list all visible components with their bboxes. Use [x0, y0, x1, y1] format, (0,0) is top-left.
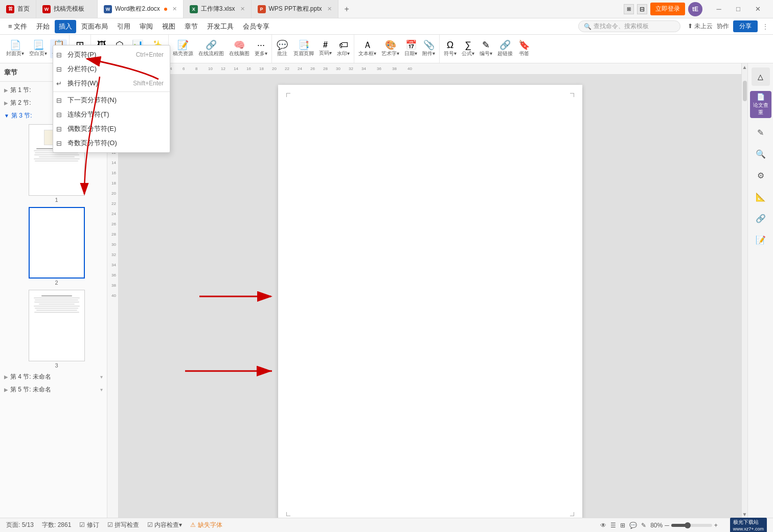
tab-word[interactable]: W Word教程2.docx ✕ [98, 0, 184, 18]
flowchart-btn[interactable]: 🔗 在线流程图 [196, 39, 226, 58]
chapter-item-5[interactable]: ▶ 第 5 节: 未命名 ▾ [0, 383, 107, 396]
resources-btn[interactable]: 📝 稿壳资源 [171, 39, 195, 58]
cloud-upload[interactable]: ⬆ 未上云 [688, 22, 713, 31]
dropdown-item-next-page-section[interactable]: ⊟ 下一页分节符(N) [53, 93, 170, 107]
tab-ppt[interactable]: P WPS PPT教程.pptx ✕ [252, 0, 338, 18]
status-content[interactable]: ☑ 内容检查▾ [147, 521, 182, 529]
menu-chapter[interactable]: 章节 [180, 20, 202, 33]
menu-devtools[interactable]: 开发工具 [203, 20, 238, 33]
right-panel-btn-4[interactable]: 📐 [752, 188, 770, 206]
share-button[interactable]: 分享 [733, 20, 758, 32]
grid-view-btn[interactable]: ⊟ [637, 4, 647, 14]
mindmap-btn[interactable]: 🧠 在线脑图 [227, 39, 252, 58]
menu-more-btn[interactable]: ⋮ [762, 22, 769, 31]
status-revision[interactable]: ☑ 修订 [79, 521, 99, 529]
dropdown-item-line-break[interactable]: ↵ 换行符(W) Shift+Enter [53, 76, 170, 90]
zoom-minus-btn[interactable]: ─ [665, 522, 669, 529]
tab-home[interactable]: 首 首页 [0, 0, 36, 18]
status-layout-btn[interactable]: ☰ [610, 522, 616, 529]
add-tab-button[interactable]: + [338, 0, 355, 18]
continuous-section-label: 连续分节符(T) [67, 110, 109, 119]
maximize-button[interactable]: □ [729, 2, 747, 16]
close-button[interactable]: ✕ [748, 2, 767, 16]
arttext-btn[interactable]: 🎨 艺术字▾ [379, 39, 401, 58]
page-number-btn[interactable]: # 页码▾ [317, 40, 334, 58]
watermark-btn[interactable]: 🏷 水印▾ [335, 39, 352, 58]
dropdown-item-column-break[interactable]: ⊟ 分栏符(C) [53, 62, 170, 76]
odd-page-section-label: 奇数页分节符(O) [67, 138, 117, 148]
titlebar-tabs: 首 首页 W 找稿壳模板 W Word教程2.docx ✕ X 工作簿3.xls… [0, 0, 624, 18]
menu-layout[interactable]: 页面布局 [77, 20, 112, 33]
right-panel-btn-5[interactable]: 🔗 [752, 209, 770, 227]
page-content [278, 85, 582, 518]
dropdown-item-odd-page-section[interactable]: ⊟ 奇数页分节符(O) [53, 136, 170, 150]
minimize-button[interactable]: ─ [710, 2, 728, 16]
formula-btn[interactable]: ∑ 公式▾ [460, 39, 476, 58]
tab-icon-word: W [104, 5, 112, 13]
chapter-item-4[interactable]: ▶ 第 4 节: 未命名 ▾ [0, 371, 107, 383]
document-scroll[interactable]: — 3 — [119, 75, 741, 518]
login-button[interactable]: 立即登录 [650, 3, 685, 15]
hyperlink-btn[interactable]: 🔗 超链接 [495, 39, 515, 58]
menu-start[interactable]: 开始 [32, 20, 54, 33]
menubar: ≡ 文件 开始 插入 页面布局 引用 审阅 视图 章节 开发工具 会员专享 🔍 … [0, 18, 773, 35]
page-thumbnails-container: 1 2 [0, 122, 107, 371]
attachment-btn[interactable]: 📎 附件▾ [420, 39, 437, 58]
status-eye-icon[interactable]: 👁 [600, 522, 606, 529]
scrollbar-thumb[interactable] [743, 81, 747, 101]
page-thumb-2[interactable]: 2 [8, 207, 105, 286]
collaborate-btn[interactable]: 协作 [717, 22, 729, 31]
menu-file[interactable]: ≡ 文件 [4, 20, 31, 33]
ruler-horizontal: -2 0 2 4 6 8 10 12 14 16 18 20 22 24 26 … [119, 63, 741, 75]
dropdown-item-page-break[interactable]: ⊟ 分页符(P) Ctrl+Enter [53, 48, 170, 62]
comment-btn[interactable]: 💬 批注 [274, 39, 290, 58]
tab-close-word[interactable]: ✕ [172, 6, 177, 12]
numbering-btn[interactable]: ✎ 编号▾ [478, 39, 494, 58]
status-missing-font[interactable]: ⚠ 缺失字体 [190, 521, 222, 529]
symbol-icon: Ω [447, 40, 453, 50]
windows-switch-btn[interactable]: ⊞ [624, 4, 634, 14]
scrollbar-vertical[interactable]: ▲ ▼ [741, 63, 747, 518]
menu-search-bar[interactable]: 🔍 查找命令、搜索模板 [578, 20, 680, 32]
tab-wps[interactable]: W 找稿壳模板 [36, 0, 98, 18]
right-panel-btn-3[interactable]: ⚙ [752, 166, 770, 184]
page-thumb-num-3: 3 [55, 362, 58, 368]
tab-close-ppt[interactable]: ✕ [327, 6, 332, 12]
symbol-btn[interactable]: Ω 符号▾ [442, 39, 459, 58]
essay-check-button[interactable]: 📄 论文查重 [750, 91, 771, 118]
right-panel-btn-6[interactable]: 📝 [752, 230, 770, 249]
menu-insert[interactable]: 插入 [55, 20, 76, 33]
zoom-plus-btn[interactable]: + [714, 522, 718, 529]
page-thumb-img-3 [29, 290, 85, 361]
user-avatar[interactable]: tE [688, 2, 702, 16]
more-btn[interactable]: ··· 更多▾ [253, 39, 269, 58]
status-comment-btn[interactable]: 💬 [629, 522, 637, 529]
zoom-slider[interactable] [671, 524, 712, 527]
menu-review[interactable]: 审阅 [135, 20, 157, 33]
bookmark-btn[interactable]: 🔖 书签 [516, 39, 532, 58]
status-words: 字数: 2861 [42, 521, 71, 529]
status-spell[interactable]: ☑ 拼写检查 [107, 521, 139, 529]
menu-member[interactable]: 会员专享 [239, 20, 274, 33]
cover-page-btn[interactable]: 📄 封面页▾ [4, 39, 26, 58]
status-edit-btn[interactable]: ✎ [641, 522, 646, 529]
status-grid-btn[interactable]: ⊞ [620, 522, 625, 529]
menu-view[interactable]: 视图 [158, 20, 179, 33]
date-icon: 📅 [405, 40, 417, 50]
dropdown-item-even-page-section[interactable]: ⊟ 偶数页分节符(E) [53, 122, 170, 136]
blank-page-btn[interactable]: 📃 空白页▾ [27, 39, 49, 58]
page-thumb-3[interactable]: 3 [8, 290, 105, 368]
header-footer-btn[interactable]: 📑 页眉页脚 [291, 39, 316, 58]
scroll-down-btn[interactable]: ▼ [741, 511, 748, 518]
scroll-up-btn[interactable]: ▲ [741, 63, 748, 71]
dropdown-item-continuous-section[interactable]: ⊟ 连续分节符(T) [53, 107, 170, 122]
textbox-btn[interactable]: Ａ 文本框▾ [356, 39, 378, 58]
right-panel-btn-1[interactable]: ✎ [752, 123, 770, 142]
date-btn[interactable]: 📅 日期▾ [402, 39, 419, 58]
tab-label-ppt: WPS PPT教程.pptx [269, 5, 322, 13]
right-panel-btn-2[interactable]: 🔍 [752, 145, 770, 163]
tab-close-excel[interactable]: ✕ [240, 6, 245, 12]
tab-excel[interactable]: X 工作簿3.xlsx ✕ [184, 0, 252, 18]
right-panel-top-btn[interactable]: △ [752, 67, 770, 86]
menu-reference[interactable]: 引用 [113, 20, 134, 33]
